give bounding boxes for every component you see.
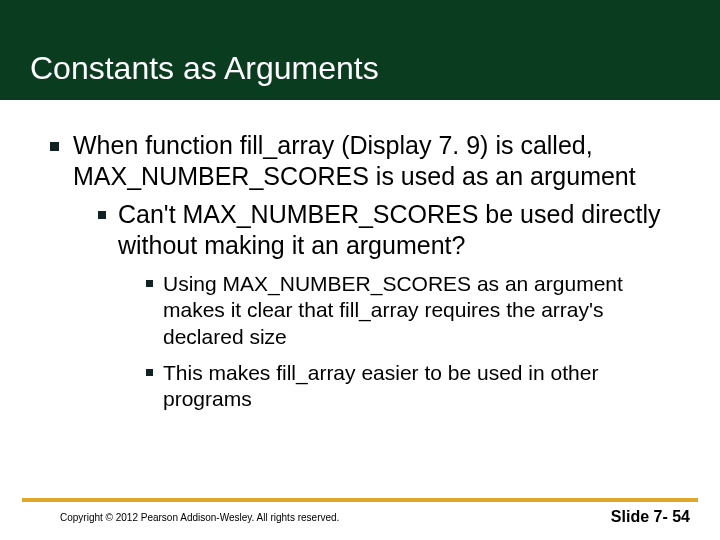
square-bullet-icon <box>146 369 153 376</box>
accent-line <box>22 498 698 502</box>
copyright-text: Copyright © 2012 Pearson Addison-Wesley.… <box>60 512 339 523</box>
footer-row: Copyright © 2012 Pearson Addison-Wesley.… <box>0 508 720 540</box>
square-bullet-icon <box>98 211 106 219</box>
bullet-text: Can't MAX_NUMBER_SCORES be used directly… <box>118 199 680 262</box>
square-bullet-icon <box>146 280 153 287</box>
bullet-text: Using MAX_NUMBER_SCORES as an argument m… <box>163 271 680 350</box>
slide: Constants as Arguments When function fil… <box>0 0 720 540</box>
bullet-text: When function fill_array (Display 7. 9) … <box>73 130 680 193</box>
bullet-level3: This makes fill_array easier to be used … <box>146 360 680 413</box>
slide-number: Slide 7- 54 <box>611 508 690 526</box>
slide-title: Constants as Arguments <box>30 50 379 87</box>
bullet-level1: When function fill_array (Display 7. 9) … <box>50 130 680 193</box>
footer: Copyright © 2012 Pearson Addison-Wesley.… <box>0 498 720 540</box>
content-area: When function fill_array (Display 7. 9) … <box>0 100 720 412</box>
bullet-level3: Using MAX_NUMBER_SCORES as an argument m… <box>146 271 680 350</box>
bullet-level2: Can't MAX_NUMBER_SCORES be used directly… <box>98 199 680 262</box>
bullet-text: This makes fill_array easier to be used … <box>163 360 680 413</box>
square-bullet-icon <box>50 142 59 151</box>
title-band: Constants as Arguments <box>0 0 720 100</box>
